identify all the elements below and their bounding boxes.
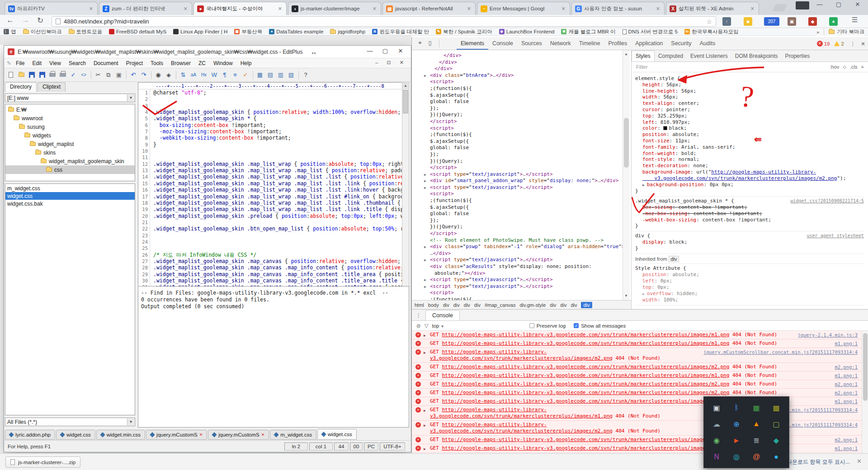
element-node-20[interactable]: ▶<div id="smart_panel_addon_wrap" style=…: [412, 178, 631, 184]
expand-arrow-icon[interactable]: ▶: [424, 73, 426, 80]
error-badge-icon[interactable]: ✕: [817, 41, 823, 47]
bookmark-item-1[interactable]: ⋮⋮앱: [4, 28, 16, 35]
code-line-1[interactable]: 1@charset "utf-8";: [138, 89, 402, 96]
code-line-30[interactable]: 30.widget_maplist_goolemap_skin .map_can…: [138, 277, 402, 284]
code-line-18[interactable]: 18.widget_maplist_goolemap_skin .map_lis…: [138, 200, 402, 206]
devtools-tab-profiles[interactable]: Profiles: [604, 38, 631, 50]
element-state-icon[interactable]: ⬦: [843, 64, 846, 70]
code-line-23[interactable]: 23: [138, 232, 402, 239]
mdi-window-controls[interactable]: – ⊡ ✕: [375, 60, 407, 66]
tab-cliptext[interactable]: Cliptext: [38, 82, 66, 92]
sidebar-tab-computed[interactable]: Computed: [655, 51, 687, 61]
code-line-19[interactable]: 19.widget_maplist_goolemap_skin .map_lis…: [138, 206, 402, 212]
sidebar-tab-properties[interactable]: Properties: [781, 51, 813, 61]
table4-icon[interactable]: ▧: [286, 70, 296, 80]
console-error-row-11[interactable]: ✕GET http://google-maps-utility-library-…: [412, 436, 868, 444]
code-line-10[interactable]: 10: [138, 148, 402, 154]
tab-close-icon[interactable]: ✕: [561, 6, 566, 12]
devtools-tab-elements[interactable]: Elements: [457, 38, 488, 50]
menu-window[interactable]: Window: [213, 60, 233, 66]
reload-button[interactable]: ↻: [37, 16, 43, 25]
element-node-36[interactable]: ▶<script type="text/javascript">…</scrip…: [412, 283, 631, 290]
expand-arrow-icon[interactable]: ▶: [424, 277, 426, 284]
code-line-7[interactable]: 7 -moz-box-sizing:content-box !important…: [138, 128, 402, 135]
source-location-link[interactable]: m2.png:1: [835, 364, 858, 370]
element-node-37[interactable]: <script>: [412, 290, 631, 296]
redo-icon[interactable]: ↷: [139, 70, 149, 80]
stylesheet-link[interactable]: widget.css?20150908221714:5: [790, 198, 864, 204]
console-error-row-8[interactable]: ✕GET http://google-maps-utility-library-…: [412, 397, 868, 406]
error-url-link[interactable]: http://google-maps-utility-library-: [442, 349, 547, 355]
file-tab-m_widget.css[interactable]: m_widget.css: [270, 430, 316, 440]
tray-icon-ring[interactable]: ◎: [733, 452, 740, 461]
devtools-tab-sources[interactable]: Sources: [517, 38, 546, 50]
expand-arrow-icon[interactable]: ▶: [424, 333, 426, 339]
console-scrollbar[interactable]: [862, 331, 868, 453]
file-tab-jquery.mCustomS[interactable]: jquery.mCustomS✕: [208, 430, 269, 440]
bookmark-item-9[interactable]: B윈도우용을 대체할 만: [372, 28, 429, 35]
style-property-display[interactable]: display: block;: [635, 239, 865, 245]
browser-tab-2[interactable]: Zzum - 더 편리한 인터넷✕: [99, 2, 192, 15]
warning-badge-icon[interactable]: [834, 41, 840, 46]
style-property-line-height[interactable]: line-height: 56px;: [635, 88, 865, 94]
tray-icon-status-dot[interactable]: ◉: [713, 436, 720, 445]
style-property-text-decoration[interactable]: text-decoration: none;: [635, 163, 865, 169]
element-node-3[interactable]: </div>: [412, 66, 631, 72]
menu-tools[interactable]: Tools: [151, 60, 163, 66]
scroll-up-icon[interactable]: ▲: [402, 83, 409, 89]
code-line-4[interactable]: 4.widget_maplist_goolemap_skin { positio…: [138, 109, 402, 115]
source-location-link[interactable]: m1.png:1: [835, 372, 858, 379]
copy-icon[interactable]: ⧉: [104, 70, 113, 80]
new-rule-button[interactable]: +: [861, 64, 864, 70]
error-url-link[interactable]: http://google-maps-utility-library-v3.go…: [442, 445, 730, 451]
devtools-tab-timeline[interactable]: Timeline: [575, 38, 604, 50]
html-code-icon[interactable]: <>: [79, 70, 89, 80]
open-folder-icon[interactable]: [16, 70, 26, 80]
expand-arrow-icon[interactable]: ▶: [424, 185, 426, 192]
element-node-25[interactable]: global: false: [412, 211, 631, 217]
element-node-4[interactable]: ▶<div class="btnArea">…</div>: [412, 72, 631, 79]
element-node-26[interactable]: });: [412, 217, 631, 224]
style-property-font-family[interactable]: font-family: Arial, sans-serif;: [635, 144, 865, 150]
source-location-link[interactable]: m2.png:1: [835, 381, 858, 387]
extension-icon-4[interactable]: ◆: [808, 17, 817, 26]
style-property-font-weight[interactable]: font-weight: bold;: [635, 150, 865, 157]
scroll-up-icon[interactable]: ▲: [623, 51, 629, 57]
tray-icon-bluetooth[interactable]: ᛒ: [734, 404, 739, 412]
tab-close-icon[interactable]: ✕: [88, 6, 94, 12]
drive-dropdown[interactable]: [E:] www ▼: [5, 94, 135, 102]
tray-icon-grid[interactable]: ▩: [773, 404, 779, 412]
style-rule-1[interactable]: widget.css?20150908221714:5.widget_mapli…: [635, 197, 865, 231]
show-all-messages-checkbox[interactable]: ✓Show all messages: [574, 323, 626, 329]
code-line-2[interactable]: 2: [138, 96, 402, 102]
drawer-menu-icon[interactable]: ⋮: [416, 312, 421, 319]
tray-icon-n-app[interactable]: N: [714, 453, 719, 461]
error-url-link[interactable]: http://google-maps-utility-library-: [442, 407, 547, 413]
tree-node-wwwroot[interactable]: wwwroot: [5, 114, 135, 122]
devtools-tab-network[interactable]: Network: [546, 38, 575, 50]
tab-close-icon[interactable]: ✕: [277, 6, 283, 12]
devtools-tab-security[interactable]: Security: [667, 38, 695, 50]
error-url-link[interactable]: http://google-maps-utility-library-v3.go…: [442, 372, 730, 378]
breadcrumb-7[interactable]: div.gm-style: [519, 302, 546, 308]
element-node-21[interactable]: ▶<script type="text/javascript">…</scrip…: [412, 184, 631, 191]
help-icon[interactable]: ?: [301, 70, 311, 80]
editplus-titlebar[interactable]: e E:₩wwwroot₩susung₩widgets₩widget_mapli…: [4, 46, 411, 58]
browser-tab-5[interactable]: ▤javascript - RefererNotAll✕: [382, 2, 476, 15]
element-node-17[interactable]: })(jQuery);: [412, 158, 631, 165]
editplus-minimize-button[interactable]: —: [363, 47, 377, 54]
editplus-maximize-button[interactable]: ▢: [378, 47, 392, 54]
tray-icon-launcher[interactable]: ►: [733, 437, 740, 445]
element-node-30[interactable]: ▶<div class="pswp" tabindex="-1" role="d…: [412, 244, 631, 250]
devtools-tab-application[interactable]: Application: [631, 38, 667, 50]
element-node-31[interactable]: …</div>: [412, 250, 631, 257]
bookmarks-overflow-chevron[interactable]: »: [816, 29, 819, 35]
menu-zc[interactable]: ZC: [198, 60, 206, 66]
tree-node-widget_maplist_goolemap_skin[interactable]: widget_maplist_goolemap_skin: [5, 157, 135, 165]
print-preview-icon[interactable]: [47, 70, 57, 80]
scroll-thumb[interactable]: [863, 333, 868, 401]
file-item-widget.css[interactable]: widget.css: [5, 192, 135, 200]
element-node-18[interactable]: </script>: [412, 164, 631, 171]
element-node-2[interactable]: </div>: [412, 59, 631, 66]
tab-close-icon[interactable]: ✕: [183, 6, 189, 12]
